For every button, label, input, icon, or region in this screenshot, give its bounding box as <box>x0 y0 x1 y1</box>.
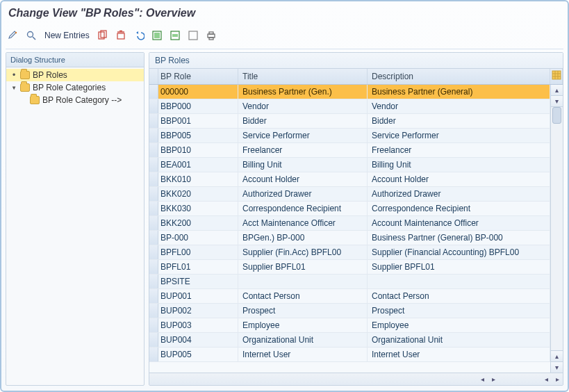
table-row[interactable]: BUP004Organizational UnitOrganizational … <box>149 333 563 348</box>
cell-title[interactable]: Acct Maintenance Officer <box>238 216 368 230</box>
new-entries-button[interactable]: New Entries <box>44 31 90 40</box>
cell-bp-role[interactable]: 000000 <box>156 85 238 99</box>
tree-item[interactable]: ▾BP Role Categories <box>6 81 144 94</box>
cell-bp-role[interactable]: BEA001 <box>156 158 238 172</box>
table-row[interactable]: BPSITE <box>149 275 563 289</box>
scroll-right-end-icon[interactable]: ▸ <box>552 374 563 385</box>
scroll-up-icon[interactable]: ▴ <box>551 85 563 96</box>
table-row[interactable]: BKK200Acct Maintenance OfficerAccount Ma… <box>149 216 563 231</box>
cell-bp-role[interactable]: BKK200 <box>156 216 238 230</box>
cell-description[interactable]: Service Performer <box>368 129 550 142</box>
cell-description[interactable]: Freelancer <box>368 143 550 157</box>
column-title[interactable]: Title <box>238 69 368 84</box>
table-row[interactable]: BBP005Service PerformerService Performer <box>149 129 563 143</box>
cell-description[interactable]: Prospect <box>368 304 550 318</box>
cell-description[interactable]: Vendor <box>368 99 550 113</box>
copy-as-icon[interactable] <box>95 28 110 43</box>
table-row[interactable]: BP-000BPGen.) BP-000Business Partner (Ge… <box>149 231 563 245</box>
horizontal-scrollbar[interactable]: ◂ ▸ ◂ ▸ <box>149 373 563 385</box>
column-description[interactable]: Description <box>368 69 550 84</box>
cell-title[interactable]: Authorized Drawer <box>238 187 368 201</box>
cell-title[interactable]: Business Partner (Gen.) <box>238 85 368 99</box>
collapse-icon[interactable]: ▾ <box>10 83 17 92</box>
cell-description[interactable]: Business Partner (General) <box>368 85 550 99</box>
cell-description[interactable]: Contact Person <box>368 289 550 303</box>
cell-title[interactable]: Supplier (Fin.Acc) BPFL00 <box>238 245 368 259</box>
cell-title[interactable]: Correspondence Recipient <box>238 202 368 215</box>
scroll-left-icon[interactable]: ◂ <box>477 374 488 385</box>
scrollbar-thumb[interactable] <box>552 107 561 124</box>
cell-bp-role[interactable]: BPFL01 <box>156 260 238 274</box>
cell-bp-role[interactable]: BBP010 <box>156 143 238 157</box>
cell-bp-role[interactable]: BPFL00 <box>156 245 238 259</box>
table-row[interactable]: BKK010Account HolderAccount Holder <box>149 172 563 187</box>
cell-bp-role[interactable]: BPSITE <box>156 275 238 288</box>
cell-title[interactable]: Contact Person <box>238 289 368 303</box>
table-row[interactable]: 000000Business Partner (Gen.)Business Pa… <box>149 85 563 99</box>
cell-bp-role[interactable]: BUP002 <box>156 304 238 318</box>
delete-icon[interactable] <box>113 28 129 43</box>
cell-title[interactable]: Account Holder <box>238 172 368 186</box>
column-bp-role[interactable]: BP Role <box>156 69 238 84</box>
table-row[interactable]: BPFL01Supplier BPFL01Supplier BPFL01 <box>149 260 563 275</box>
cell-title[interactable] <box>238 275 368 288</box>
cell-title[interactable]: Vendor <box>238 99 368 113</box>
scroll-up-step-icon[interactable]: ▾ <box>551 96 563 107</box>
cell-title[interactable]: Billing Unit <box>238 158 368 172</box>
cell-bp-role[interactable]: BUP004 <box>156 333 238 347</box>
cell-bp-role[interactable]: BUP003 <box>156 318 238 332</box>
cell-description[interactable]: Correspondence Recipient <box>368 202 550 215</box>
cell-description[interactable]: Account Maintenance Officer <box>368 216 550 230</box>
table-row[interactable]: BBP001BidderBidder <box>149 114 563 129</box>
cell-bp-role[interactable]: BKK020 <box>156 187 238 201</box>
table-row[interactable]: BPFL00Supplier (Fin.Acc) BPFL00Supplier … <box>149 245 563 260</box>
cell-title[interactable]: Service Performer <box>238 129 368 142</box>
cell-description[interactable]: Supplier BPFL01 <box>368 260 550 274</box>
cell-description[interactable]: Billing Unit <box>368 158 550 172</box>
tree-item[interactable]: •BP Role Category --> <box>6 94 144 106</box>
print-icon[interactable] <box>204 28 219 43</box>
cell-description[interactable]: Account Holder <box>368 172 550 186</box>
cell-title[interactable]: Internet User <box>238 348 368 361</box>
table-row[interactable]: BUP005Internet UserInternet User <box>149 348 563 362</box>
cell-description[interactable]: Authorized Drawer <box>368 187 550 201</box>
scroll-right-icon[interactable]: ▸ <box>488 374 499 385</box>
cell-title[interactable]: Organizational Unit <box>238 333 368 347</box>
cell-description[interactable]: Internet User <box>368 348 550 361</box>
cell-title[interactable]: Supplier BPFL01 <box>238 260 368 274</box>
undo-icon[interactable] <box>131 28 147 43</box>
cell-title[interactable]: Employee <box>238 318 368 332</box>
table-row[interactable]: BBP000VendorVendor <box>149 99 563 114</box>
cell-bp-role[interactable]: BBP005 <box>156 129 238 142</box>
table-row[interactable]: BKK030Correspondence RecipientCorrespond… <box>149 202 563 216</box>
cell-bp-role[interactable]: BBP000 <box>156 99 238 113</box>
cell-description[interactable]: Bidder <box>368 114 550 128</box>
table-row[interactable]: BUP001Contact PersonContact Person <box>149 289 563 304</box>
table-row[interactable]: BUP002ProspectProspect <box>149 304 563 318</box>
select-block-icon[interactable] <box>167 28 183 43</box>
toggle-display-change-icon[interactable] <box>6 28 21 43</box>
table-row[interactable]: BEA001Billing UnitBilling Unit <box>149 158 563 172</box>
find-icon[interactable] <box>24 28 39 43</box>
cell-description[interactable]: Organizational Unit <box>368 333 550 347</box>
cell-title[interactable]: Bidder <box>238 114 368 128</box>
scroll-left-end-icon[interactable]: ◂ <box>541 374 552 385</box>
table-row[interactable]: BBP010FreelancerFreelancer <box>149 143 563 158</box>
scroll-down-step-icon[interactable]: ▴ <box>551 350 563 361</box>
scrollbar-track[interactable] <box>551 107 563 350</box>
select-all-icon[interactable] <box>149 28 165 43</box>
cell-title[interactable]: Prospect <box>238 304 368 318</box>
table-settings-icon[interactable] <box>550 69 563 84</box>
cell-title[interactable]: BPGen.) BP-000 <box>238 231 368 245</box>
cell-description[interactable]: Supplier (Financial Accounting) BPFL00 <box>368 245 550 259</box>
vertical-scrollbar[interactable]: ▴ ▾ ▴ ▾ <box>550 85 563 373</box>
deselect-all-icon[interactable] <box>185 28 201 43</box>
cell-description[interactable]: Business Partner (General) BP-000 <box>368 231 550 245</box>
cell-bp-role[interactable]: BBP001 <box>156 114 238 128</box>
tree-item[interactable]: •BP Roles <box>6 69 144 81</box>
table-row[interactable]: BKK020Authorized DrawerAuthorized Drawer <box>149 187 563 202</box>
table-row[interactable]: BUP003EmployeeEmployee <box>149 318 563 333</box>
scroll-down-icon[interactable]: ▾ <box>551 361 563 373</box>
cell-bp-role[interactable]: BUP001 <box>156 289 238 303</box>
cell-bp-role[interactable]: BP-000 <box>156 231 238 245</box>
